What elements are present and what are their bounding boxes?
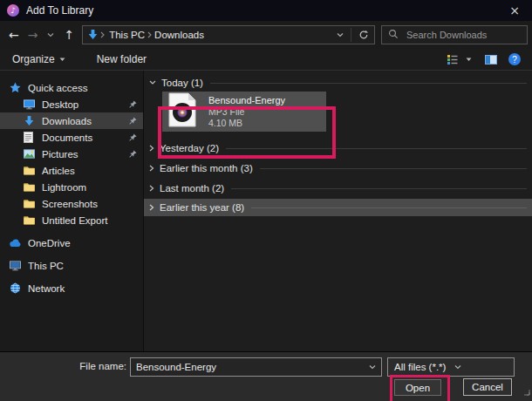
chevron-down-icon[interactable] [369,364,381,370]
group-header-last-month[interactable]: Last month (2) [144,181,532,195]
file-list: Today (1) Bensound-En [144,71,532,351]
sidebar-item-label: Downloads [42,116,92,126]
window-title: Add To Library [26,4,93,17]
chevron-down-icon [59,58,65,62]
add-to-library-dialog: ♪ Add To Library × ← → ↑ This PC Downloa… [0,0,532,401]
folder-icon [24,198,36,210]
sidebar-item-downloads[interactable]: Downloads [0,112,143,129]
chevron-right-icon [149,145,154,152]
sidebar-item-documents[interactable]: Documents [0,129,143,146]
group-divider [210,83,527,84]
download-icon [24,115,36,127]
file-type-value: All files (*.*) [388,362,448,372]
sidebar-item-label: Desktop [42,99,78,110]
back-button[interactable]: ← [4,29,24,41]
chevron-right-icon [149,165,154,172]
downloads-folder-icon [87,29,99,42]
sidebar-item-label: Screenshots [42,199,98,209]
sidebar-item-label: Documents [42,133,92,143]
pin-icon[interactable] [129,133,137,143]
sidebar-item-network[interactable]: Network [0,280,143,296]
sidebar-item-label: OneDrive [28,238,71,248]
open-button[interactable]: Open [394,379,441,396]
recent-locations-chevron[interactable] [42,32,59,37]
group-label: Earlier this month (3) [160,163,253,173]
up-button[interactable]: ↑ [59,29,78,41]
sidebar-item-pictures[interactable]: Pictures [0,146,143,162]
views-chevron-icon[interactable] [466,58,472,62]
sidebar-item-desktop[interactable]: Desktop [0,96,143,112]
cancel-button[interactable]: Cancel [463,378,512,396]
address-dropdown-chevron[interactable] [331,32,349,37]
sidebar-item-untitled-export[interactable]: Untitled Export [0,212,143,228]
file-name: Bensound-Energy [208,95,285,106]
address-bar[interactable]: This PC Downloads [82,25,375,44]
group-divider [226,148,527,149]
group-divider [231,188,527,189]
pin-icon[interactable] [129,149,137,160]
group-label: Today (1) [161,78,203,88]
group-divider [251,207,527,208]
pin-icon[interactable] [129,99,137,110]
organize-label: Organize [12,53,55,65]
sidebar-item-screenshots[interactable]: Screenshots [0,195,143,212]
views-icon[interactable] [447,54,458,65]
sidebar-item-articles[interactable]: Articles [0,162,143,179]
desktop-icon [24,99,36,111]
sidebar-item-quick-access[interactable]: Quick access [0,79,143,96]
chevron-down-icon [448,364,514,370]
chevron-down-icon [149,80,156,85]
sidebar-item-lightroom[interactable]: Lightroom [0,179,143,195]
refresh-icon[interactable] [353,30,374,40]
chevron-right-icon [149,185,154,192]
today-group-items: Bensound-Energy MP3 File 4.10 MB [144,91,532,136]
cloud-icon [10,237,22,249]
forward-button[interactable]: → [24,29,43,41]
breadcrumb-this-pc[interactable]: This PC [106,30,147,40]
pin-icon[interactable] [129,116,137,126]
help-icon[interactable]: ? [508,53,521,65]
group-label: Earlier this year (8) [160,202,244,213]
resize-grip[interactable] [523,384,530,399]
preview-pane-icon[interactable] [485,55,497,65]
command-toolbar: Organize New folder ? [0,49,532,71]
sidebar-item-onedrive[interactable]: OneDrive [0,234,143,251]
group-label: Yesterday (2) [160,143,219,153]
search-input[interactable] [405,29,532,41]
itunes-icon: ♪ [7,4,19,17]
group-header-earlier-this-month[interactable]: Earlier this month (3) [144,161,532,175]
new-folder-button[interactable]: New folder [97,53,147,65]
breadcrumb-separator-icon [100,30,105,40]
chevron-right-icon [149,204,154,211]
file-name-combo [130,357,382,377]
navigation-bar: ← → ↑ This PC Downloads [0,21,532,49]
sidebar-item-label: Quick access [28,83,87,93]
sidebar-item-label: Network [28,283,65,294]
new-folder-label: New folder [97,53,147,65]
group-header-earlier-this-year[interactable]: Earlier this year (8) [144,199,532,216]
address-divider [351,28,351,42]
organize-button[interactable]: Organize [12,53,65,65]
group-header-yesterday[interactable]: Yesterday (2) [144,141,532,155]
group-header-today[interactable]: Today (1) [144,76,532,90]
navigation-pane: Quick access Desktop Downloads [0,71,144,351]
star-icon [10,82,22,94]
file-item-bensound-energy[interactable]: Bensound-Energy MP3 File 4.10 MB [162,92,326,132]
search-box[interactable] [381,25,528,44]
file-name-label: File name: [70,361,126,371]
sidebar-item-this-pc[interactable]: This PC [0,257,143,274]
sidebar-item-label: This PC [28,261,64,271]
file-type-select[interactable]: All files (*.*) [387,357,515,377]
file-type: MP3 File [208,106,285,118]
group-divider [260,168,527,169]
breadcrumb-downloads[interactable]: Downloads [152,30,207,40]
group-label: Last month (2) [160,183,224,194]
title-bar: ♪ Add To Library × [0,0,532,21]
dialog-footer: File name: All files (*.*) Open Cancel [0,351,532,401]
document-icon [24,132,36,144]
close-icon[interactable]: × [509,3,520,17]
file-name-input[interactable] [131,361,369,373]
file-size: 4.10 MB [208,118,285,129]
folder-icon [24,214,36,227]
sidebar-item-label: Articles [42,166,75,176]
